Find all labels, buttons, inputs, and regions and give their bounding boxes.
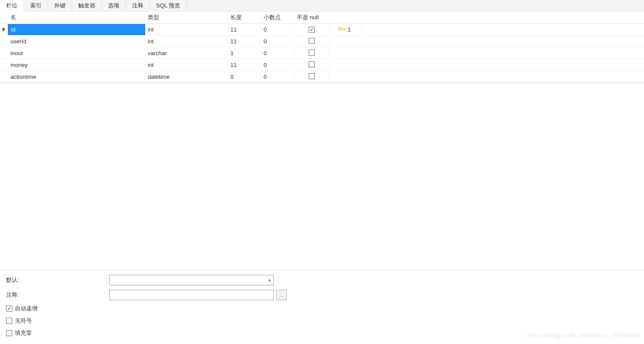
- cell-decimal[interactable]: 0: [261, 50, 294, 56]
- unsigned-label: 无符号: [15, 317, 32, 325]
- cell-length[interactable]: 11: [228, 38, 261, 45]
- tab-4[interactable]: 选项: [102, 0, 126, 11]
- grid-header-row: 名 类型 长度 小数点 不是 null: [0, 11, 644, 24]
- notnull-checkbox[interactable]: [309, 73, 315, 79]
- cell-notnull[interactable]: [294, 61, 329, 69]
- cell-decimal[interactable]: 0: [261, 38, 294, 45]
- tab-3[interactable]: 触发器: [72, 0, 102, 11]
- cell-type[interactable]: int: [145, 38, 228, 45]
- cell-name[interactable]: money: [8, 62, 145, 68]
- cell-name[interactable]: inout: [8, 50, 145, 56]
- tab-0[interactable]: 栏位: [0, 0, 24, 11]
- cell-length[interactable]: 1: [228, 50, 261, 56]
- cell-length[interactable]: 0: [228, 74, 261, 80]
- header-name[interactable]: 名: [8, 14, 145, 21]
- notnull-checkbox[interactable]: [309, 61, 315, 67]
- cell-name[interactable]: id: [8, 24, 145, 35]
- header-decimal[interactable]: 小数点: [261, 14, 294, 21]
- cell-decimal[interactable]: 0: [261, 62, 294, 68]
- svg-rect-3: [344, 28, 345, 30]
- svg-rect-4: [345, 28, 345, 30]
- auto-increment-checkbox[interactable]: [6, 305, 12, 312]
- svg-marker-0: [3, 28, 5, 31]
- tab-bar: 栏位索引外键触发器选项注释SQL 预览: [0, 0, 644, 11]
- cell-notnull[interactable]: [294, 38, 329, 45]
- notnull-checkbox[interactable]: [309, 49, 315, 56]
- table-row[interactable]: actiontimedatetime00: [0, 71, 644, 83]
- tab-2[interactable]: 外键: [48, 0, 72, 11]
- tab-1[interactable]: 索引: [24, 0, 48, 11]
- table-row[interactable]: idint1101: [0, 24, 644, 35]
- header-type[interactable]: 类型: [145, 14, 228, 21]
- column-properties-panel: 默认: ▾ 注释: ... 自动递增 无符号 填充零: [0, 269, 644, 344]
- cell-type[interactable]: datetime: [145, 74, 228, 80]
- table-row[interactable]: moneyint110: [0, 59, 644, 71]
- chevron-down-icon: ▾: [268, 278, 271, 283]
- row-indicator-icon: [0, 27, 8, 32]
- notnull-checkbox[interactable]: [309, 27, 315, 33]
- cell-decimal[interactable]: 0: [261, 74, 294, 80]
- cell-type[interactable]: int: [145, 26, 228, 33]
- table-row[interactable]: inoutvarchar10: [0, 47, 644, 59]
- zerofill-checkbox[interactable]: [6, 330, 12, 336]
- cell-notnull[interactable]: [294, 73, 329, 81]
- columns-grid: 名 类型 长度 小数点 不是 null idint1101userIdint11…: [0, 11, 644, 83]
- unsigned-checkbox[interactable]: [6, 318, 12, 324]
- default-label: 默认:: [6, 276, 109, 284]
- svg-point-1: [339, 28, 341, 30]
- cell-name[interactable]: userId: [8, 38, 145, 45]
- cell-name[interactable]: actiontime: [8, 74, 145, 80]
- table-row[interactable]: userIdint110: [0, 35, 644, 47]
- cell-length[interactable]: 11: [228, 62, 261, 68]
- zerofill-label: 填充零: [15, 329, 32, 337]
- auto-increment-label: 自动递增: [15, 305, 38, 312]
- key-index: 1: [348, 26, 351, 33]
- comment-label: 注释:: [6, 291, 109, 299]
- grid-body: idint1101userIdint110inoutvarchar10money…: [0, 24, 644, 83]
- cell-length[interactable]: 11: [228, 26, 261, 33]
- cell-notnull[interactable]: [294, 49, 329, 57]
- comment-input[interactable]: [109, 290, 274, 300]
- cell-notnull[interactable]: [294, 26, 329, 33]
- tab-5[interactable]: 注释: [126, 0, 150, 11]
- notnull-checkbox[interactable]: [309, 38, 315, 44]
- cell-type[interactable]: varchar: [145, 50, 228, 56]
- key-icon: [338, 26, 346, 33]
- header-length[interactable]: 长度: [228, 14, 261, 21]
- cell-decimal[interactable]: 0: [261, 26, 294, 33]
- comment-more-button[interactable]: ...: [276, 290, 287, 300]
- cell-primary-key[interactable]: 1: [329, 26, 362, 33]
- default-value-combo[interactable]: ▾: [109, 275, 274, 285]
- cell-type[interactable]: int: [145, 62, 228, 68]
- header-notnull[interactable]: 不是 null: [294, 14, 329, 21]
- tab-6[interactable]: SQL 预览: [150, 0, 187, 11]
